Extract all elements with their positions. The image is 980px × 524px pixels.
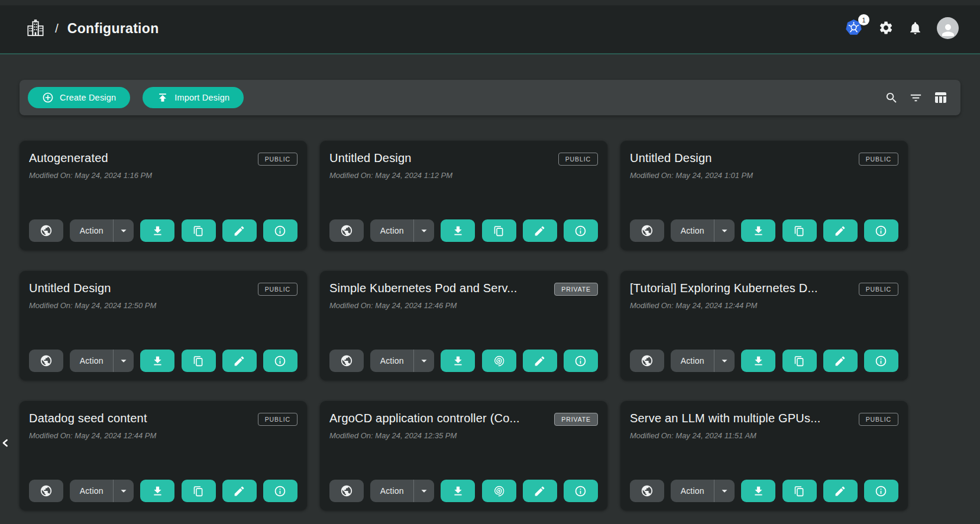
globe-icon: [40, 224, 53, 237]
info-button[interactable]: [864, 480, 898, 502]
modified-timestamp: Modified On: May 24, 2024 11:51 AM: [630, 431, 898, 440]
info-button[interactable]: [263, 219, 297, 242]
action-dropdown-toggle[interactable]: [714, 219, 735, 242]
notifications-button[interactable]: [908, 21, 923, 35]
action-dropdown-toggle[interactable]: [414, 480, 434, 502]
action-dropdown-toggle[interactable]: [114, 480, 134, 502]
action-dropdown-toggle[interactable]: [714, 350, 735, 372]
copy-button[interactable]: [182, 480, 216, 502]
edit-button[interactable]: [523, 350, 557, 372]
settings-button[interactable]: [878, 20, 894, 35]
edit-pencil-icon: [533, 485, 546, 497]
info-button[interactable]: [263, 480, 297, 502]
action-dropdown-toggle[interactable]: [114, 350, 134, 372]
edit-button[interactable]: [222, 350, 257, 372]
visibility-globe-button[interactable]: [630, 480, 664, 502]
action-dropdown-toggle[interactable]: [414, 350, 434, 372]
edit-button[interactable]: [823, 480, 858, 502]
edit-button[interactable]: [823, 219, 858, 242]
info-button[interactable]: [564, 480, 598, 502]
download-button[interactable]: [741, 219, 775, 242]
action-button[interactable]: Action: [671, 350, 714, 372]
info-button[interactable]: [864, 350, 898, 372]
copy-button[interactable]: [782, 350, 817, 372]
visibility-globe-button[interactable]: [630, 350, 664, 372]
action-button[interactable]: Action: [370, 480, 413, 502]
filter-button[interactable]: [909, 91, 923, 105]
action-button[interactable]: Action: [370, 350, 413, 372]
visibility-globe-button[interactable]: [329, 350, 364, 372]
card-action-row: Action: [29, 350, 297, 372]
design-title: Serve an LLM with multiple GPUs...: [630, 412, 820, 425]
visibility-globe-button[interactable]: [329, 219, 364, 242]
action-button[interactable]: Action: [671, 219, 714, 242]
download-button[interactable]: [140, 350, 174, 372]
catalog-spiral-button[interactable]: [482, 350, 516, 372]
info-button[interactable]: [864, 219, 898, 242]
spiral-catalog-icon: [493, 354, 506, 367]
import-design-button[interactable]: Import Design: [143, 87, 244, 108]
copy-button[interactable]: [182, 219, 216, 242]
edit-button[interactable]: [222, 219, 257, 242]
design-grid: Autogenerated PUBLIC Modified On: May 24…: [20, 141, 980, 510]
create-design-label: Create Design: [60, 93, 116, 102]
action-button[interactable]: Action: [70, 219, 113, 242]
download-icon: [752, 225, 765, 237]
action-button[interactable]: Action: [70, 480, 113, 502]
action-button[interactable]: Action: [671, 480, 714, 502]
copy-button[interactable]: [482, 219, 516, 242]
copy-button[interactable]: [782, 219, 817, 242]
action-dropdown-toggle[interactable]: [414, 219, 434, 242]
sidebar-collapse-toggle[interactable]: [0, 433, 14, 453]
action-button[interactable]: Action: [370, 219, 413, 242]
copy-button[interactable]: [182, 350, 216, 372]
info-button[interactable]: [564, 219, 598, 242]
breadcrumb: / Configuration: [26, 18, 159, 38]
edit-button[interactable]: [222, 480, 257, 502]
table-view-button[interactable]: [933, 90, 947, 105]
copy-button[interactable]: [782, 480, 817, 502]
download-button[interactable]: [140, 480, 174, 502]
design-card: Serve an LLM with multiple GPUs... PUBLI…: [620, 401, 908, 510]
design-card: ArgoCD application controller (Co... PRI…: [320, 401, 607, 510]
card-action-row: Action: [329, 350, 598, 372]
building-icon[interactable]: [26, 18, 45, 38]
caret-down-icon: [117, 224, 130, 237]
caret-down-icon: [718, 224, 731, 237]
download-button[interactable]: [441, 219, 475, 242]
design-title: Untitled Design: [329, 151, 412, 165]
gear-icon: [878, 20, 894, 35]
design-card: Simple Kubernetes Pod and Serv... PRIVAT…: [320, 271, 607, 380]
action-dropdown-toggle[interactable]: [114, 219, 134, 242]
globe-icon: [340, 224, 353, 237]
bell-icon: [908, 21, 923, 35]
create-design-button[interactable]: Create Design: [28, 87, 130, 108]
action-dropdown-toggle[interactable]: [714, 480, 735, 502]
info-button[interactable]: [263, 350, 297, 372]
design-title: ArgoCD application controller (Co...: [329, 412, 520, 425]
info-button[interactable]: [564, 350, 598, 372]
visibility-globe-button[interactable]: [29, 350, 63, 372]
app-header: / Configuration 1: [0, 0, 980, 54]
edit-button[interactable]: [523, 480, 557, 502]
download-button[interactable]: [741, 480, 775, 502]
download-button[interactable]: [441, 480, 475, 502]
visibility-globe-button[interactable]: [29, 219, 63, 242]
action-button[interactable]: Action: [70, 350, 113, 372]
visibility-globe-button[interactable]: [29, 480, 63, 502]
visibility-globe-button[interactable]: [329, 480, 364, 502]
chevron-left-icon: [0, 435, 12, 451]
kubernetes-context-button[interactable]: 1: [843, 18, 864, 37]
catalog-spiral-button[interactable]: [482, 480, 516, 502]
design-card: Datadog seed content PUBLIC Modified On:…: [20, 401, 307, 510]
download-button[interactable]: [441, 350, 475, 372]
designs-toolbar: Create Design Import Design: [20, 80, 960, 115]
avatar[interactable]: [937, 17, 959, 39]
download-button[interactable]: [741, 350, 775, 372]
edit-button[interactable]: [523, 219, 557, 242]
visibility-globe-button[interactable]: [630, 219, 664, 242]
download-button[interactable]: [140, 219, 174, 242]
edit-button[interactable]: [823, 350, 858, 372]
visibility-badge: PUBLIC: [258, 153, 297, 166]
search-button[interactable]: [885, 91, 898, 105]
